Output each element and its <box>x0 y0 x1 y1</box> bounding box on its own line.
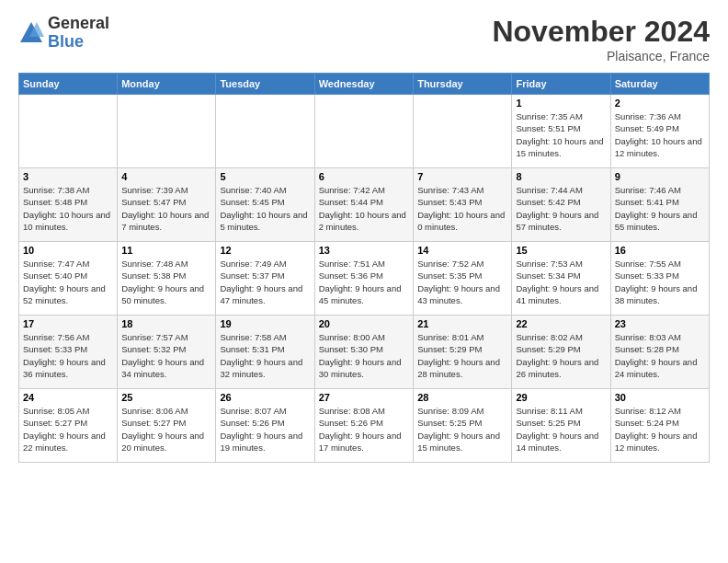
calendar-cell <box>314 95 413 168</box>
calendar-cell: 17Sunrise: 7:56 AM Sunset: 5:33 PM Dayli… <box>19 316 118 389</box>
day-info: Sunrise: 7:42 AM Sunset: 5:44 PM Dayligh… <box>319 184 409 233</box>
calendar-cell <box>118 95 216 168</box>
header: General Blue November 2024 Plaisance, Fr… <box>18 15 710 63</box>
day-info: Sunrise: 8:11 AM Sunset: 5:25 PM Dayligh… <box>516 405 606 454</box>
calendar-header-saturday: Saturday <box>610 74 709 95</box>
day-number: 18 <box>121 318 211 329</box>
calendar-cell: 8Sunrise: 7:44 AM Sunset: 5:42 PM Daylig… <box>512 168 610 242</box>
day-info: Sunrise: 7:40 AM Sunset: 5:45 PM Dayligh… <box>220 184 310 233</box>
day-number: 20 <box>319 318 409 329</box>
calendar-cell: 9Sunrise: 7:46 AM Sunset: 5:41 PM Daylig… <box>610 168 709 242</box>
location: Plaisance, France <box>492 49 710 63</box>
calendar-cell: 22Sunrise: 8:02 AM Sunset: 5:29 PM Dayli… <box>512 316 610 389</box>
day-number: 9 <box>615 171 705 182</box>
calendar-cell: 2Sunrise: 7:36 AM Sunset: 5:49 PM Daylig… <box>610 95 709 168</box>
calendar-cell: 27Sunrise: 8:08 AM Sunset: 5:26 PM Dayli… <box>314 389 413 463</box>
day-number: 11 <box>121 245 211 256</box>
calendar-cell <box>216 95 314 168</box>
month-title: November 2024 <box>492 15 710 49</box>
day-info: Sunrise: 7:47 AM Sunset: 5:40 PM Dayligh… <box>23 258 113 306</box>
day-number: 23 <box>615 318 705 329</box>
calendar-cell: 24Sunrise: 8:05 AM Sunset: 5:27 PM Dayli… <box>19 389 118 463</box>
calendar-cell: 16Sunrise: 7:55 AM Sunset: 5:33 PM Dayli… <box>610 242 709 316</box>
calendar-cell: 12Sunrise: 7:49 AM Sunset: 5:37 PM Dayli… <box>216 242 314 316</box>
calendar-cell: 14Sunrise: 7:52 AM Sunset: 5:35 PM Dayli… <box>414 242 512 316</box>
calendar-cell: 20Sunrise: 8:00 AM Sunset: 5:30 PM Dayli… <box>314 316 413 389</box>
day-number: 29 <box>516 392 606 403</box>
calendar-cell: 28Sunrise: 8:09 AM Sunset: 5:25 PM Dayli… <box>414 389 512 463</box>
calendar-cell: 21Sunrise: 8:01 AM Sunset: 5:29 PM Dayli… <box>414 316 512 389</box>
day-info: Sunrise: 7:39 AM Sunset: 5:47 PM Dayligh… <box>121 184 211 233</box>
calendar-week-0: 1Sunrise: 7:35 AM Sunset: 5:51 PM Daylig… <box>19 95 710 168</box>
calendar-cell: 29Sunrise: 8:11 AM Sunset: 5:25 PM Dayli… <box>512 389 610 463</box>
day-number: 25 <box>121 392 211 403</box>
calendar-cell: 11Sunrise: 7:48 AM Sunset: 5:38 PM Dayli… <box>118 242 216 316</box>
calendar-week-3: 17Sunrise: 7:56 AM Sunset: 5:33 PM Dayli… <box>19 316 710 389</box>
calendar-cell: 15Sunrise: 7:53 AM Sunset: 5:34 PM Dayli… <box>512 242 610 316</box>
day-info: Sunrise: 7:49 AM Sunset: 5:37 PM Dayligh… <box>220 258 310 306</box>
day-number: 22 <box>516 318 606 329</box>
day-number: 14 <box>417 245 507 256</box>
calendar-header-thursday: Thursday <box>414 74 512 95</box>
day-number: 5 <box>220 171 310 182</box>
day-info: Sunrise: 8:06 AM Sunset: 5:27 PM Dayligh… <box>121 405 211 454</box>
calendar-header-friday: Friday <box>512 74 610 95</box>
day-info: Sunrise: 7:35 AM Sunset: 5:51 PM Dayligh… <box>516 110 606 159</box>
day-number: 27 <box>319 392 409 403</box>
day-info: Sunrise: 7:38 AM Sunset: 5:48 PM Dayligh… <box>23 184 113 233</box>
calendar-cell: 18Sunrise: 7:57 AM Sunset: 5:32 PM Dayli… <box>118 316 216 389</box>
day-info: Sunrise: 7:51 AM Sunset: 5:36 PM Dayligh… <box>319 258 409 306</box>
day-number: 8 <box>516 171 606 182</box>
day-info: Sunrise: 7:55 AM Sunset: 5:33 PM Dayligh… <box>615 258 705 306</box>
day-number: 4 <box>121 171 211 182</box>
day-info: Sunrise: 7:52 AM Sunset: 5:35 PM Dayligh… <box>417 258 507 306</box>
day-number: 24 <box>23 392 113 403</box>
logo-general: General <box>48 15 109 33</box>
day-info: Sunrise: 7:57 AM Sunset: 5:32 PM Dayligh… <box>121 331 211 380</box>
calendar-cell: 19Sunrise: 7:58 AM Sunset: 5:31 PM Dayli… <box>216 316 314 389</box>
page: General Blue November 2024 Plaisance, Fr… <box>0 0 728 472</box>
day-number: 21 <box>417 318 507 329</box>
day-number: 6 <box>319 171 409 182</box>
day-info: Sunrise: 7:46 AM Sunset: 5:41 PM Dayligh… <box>615 184 705 233</box>
calendar-cell: 1Sunrise: 7:35 AM Sunset: 5:51 PM Daylig… <box>512 95 610 168</box>
logo-blue: Blue <box>48 33 109 52</box>
title-block: November 2024 Plaisance, France <box>492 15 710 63</box>
day-number: 13 <box>319 245 409 256</box>
calendar-cell: 5Sunrise: 7:40 AM Sunset: 5:45 PM Daylig… <box>216 168 314 242</box>
day-number: 10 <box>23 245 113 256</box>
day-info: Sunrise: 8:01 AM Sunset: 5:29 PM Dayligh… <box>417 331 507 380</box>
calendar-cell: 30Sunrise: 8:12 AM Sunset: 5:24 PM Dayli… <box>610 389 709 463</box>
calendar-header-wednesday: Wednesday <box>314 74 413 95</box>
day-number: 2 <box>615 98 705 109</box>
day-info: Sunrise: 8:12 AM Sunset: 5:24 PM Dayligh… <box>615 405 705 454</box>
day-number: 12 <box>220 245 310 256</box>
logo-text: General Blue <box>48 15 109 52</box>
calendar: SundayMondayTuesdayWednesdayThursdayFrid… <box>18 73 710 463</box>
day-info: Sunrise: 7:43 AM Sunset: 5:43 PM Dayligh… <box>417 184 507 233</box>
calendar-cell: 7Sunrise: 7:43 AM Sunset: 5:43 PM Daylig… <box>414 168 512 242</box>
calendar-cell: 13Sunrise: 7:51 AM Sunset: 5:36 PM Dayli… <box>314 242 413 316</box>
calendar-cell: 23Sunrise: 8:03 AM Sunset: 5:28 PM Dayli… <box>610 316 709 389</box>
day-info: Sunrise: 8:08 AM Sunset: 5:26 PM Dayligh… <box>319 405 409 454</box>
day-number: 7 <box>417 171 507 182</box>
day-number: 15 <box>516 245 606 256</box>
day-info: Sunrise: 8:05 AM Sunset: 5:27 PM Dayligh… <box>23 405 113 454</box>
day-number: 30 <box>615 392 705 403</box>
calendar-cell: 25Sunrise: 8:06 AM Sunset: 5:27 PM Dayli… <box>118 389 216 463</box>
calendar-header-tuesday: Tuesday <box>216 74 314 95</box>
calendar-cell: 3Sunrise: 7:38 AM Sunset: 5:48 PM Daylig… <box>19 168 118 242</box>
day-info: Sunrise: 7:44 AM Sunset: 5:42 PM Dayligh… <box>516 184 606 233</box>
day-number: 17 <box>23 318 113 329</box>
day-number: 26 <box>220 392 310 403</box>
logo-icon <box>18 20 44 46</box>
calendar-cell: 6Sunrise: 7:42 AM Sunset: 5:44 PM Daylig… <box>314 168 413 242</box>
day-number: 1 <box>516 98 606 109</box>
day-info: Sunrise: 8:09 AM Sunset: 5:25 PM Dayligh… <box>417 405 507 454</box>
calendar-cell: 26Sunrise: 8:07 AM Sunset: 5:26 PM Dayli… <box>216 389 314 463</box>
day-number: 3 <box>23 171 113 182</box>
calendar-week-4: 24Sunrise: 8:05 AM Sunset: 5:27 PM Dayli… <box>19 389 710 463</box>
day-info: Sunrise: 8:02 AM Sunset: 5:29 PM Dayligh… <box>516 331 606 380</box>
calendar-header-monday: Monday <box>118 74 216 95</box>
day-info: Sunrise: 8:07 AM Sunset: 5:26 PM Dayligh… <box>220 405 310 454</box>
